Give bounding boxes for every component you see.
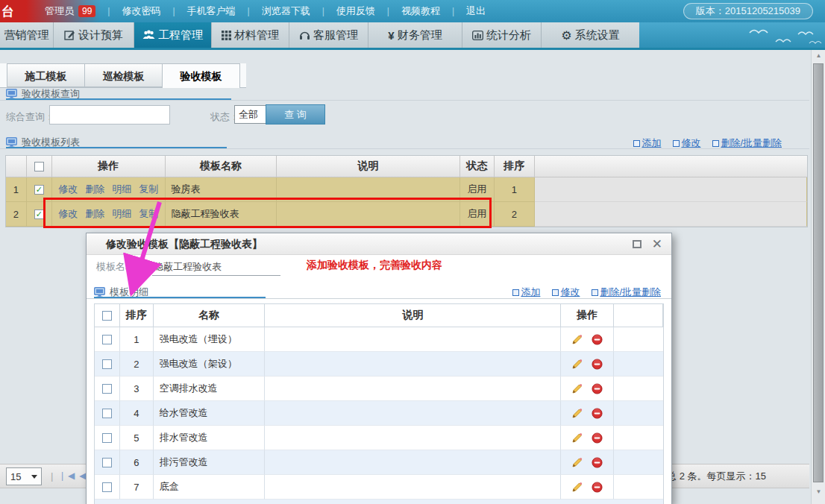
column-header-desc: 说明 (277, 156, 460, 177)
detail-order: 7 (120, 475, 154, 500)
notification-badge[interactable]: 99 (78, 5, 95, 17)
detail-desc (265, 401, 561, 426)
nav-item-settings[interactable]: ⚙ 系统设置 (542, 22, 639, 48)
detail-row: 3 空调排水改造 (95, 377, 663, 401)
row-checkbox[interactable]: ✓ (34, 185, 44, 195)
scroll-down-icon[interactable]: ▼ (812, 486, 825, 498)
detail-order: 6 (120, 450, 154, 475)
add-link[interactable]: 添加 (512, 286, 540, 299)
filler-cell (614, 450, 663, 475)
row-delete-link[interactable]: 删除 (85, 183, 104, 196)
row-checkbox[interactable] (102, 458, 112, 467)
menu-item-change-password[interactable]: 修改密码 (117, 4, 165, 18)
delete-link[interactable]: 删除/批量删除 (592, 286, 661, 299)
row-checkbox[interactable] (102, 433, 112, 443)
pencil-edit-icon[interactable] (571, 457, 583, 468)
detail-desc (265, 450, 561, 475)
select-all-checkbox[interactable] (102, 311, 112, 321)
main-nav: 营销管理 设计预算 工程管理 材料管理 客服管理 ¥ 财务管理 统计分析 ⚙ 系… (0, 22, 639, 48)
red-annotation-text: 添加验收模板，完善验收内容 (307, 259, 442, 272)
column-header-order: 排序 (120, 304, 154, 327)
detail-name: 排污管改造 (154, 450, 266, 475)
menu-divider: | (100, 6, 117, 16)
nav-item-design-budget[interactable]: 设计预算 (54, 22, 134, 48)
row-checkbox[interactable] (102, 482, 112, 492)
row-checkbox[interactable] (102, 384, 112, 394)
pencil-edit-icon[interactable] (571, 408, 583, 419)
order-value: 2 (495, 202, 535, 227)
nav-item-material[interactable]: 材料管理 (212, 22, 289, 48)
pagination-summary: ，总 2 条。每页显示：15 (657, 464, 766, 488)
filler-cell (614, 352, 663, 377)
yen-icon: ¥ (388, 29, 394, 42)
column-header-name: 名称 (154, 304, 266, 327)
column-header-desc: 说明 (265, 304, 561, 327)
detail-desc (265, 426, 561, 450)
filler-cell (614, 426, 663, 450)
detail-order: 1 (120, 327, 154, 352)
filler-cell (614, 377, 663, 401)
row-checkbox[interactable] (102, 359, 112, 369)
column-header-op: 操作 (561, 304, 614, 327)
maximize-icon[interactable] (633, 240, 642, 248)
tab-construction-template[interactable]: 施工模板 (7, 63, 85, 87)
row-number: 2 (6, 202, 27, 227)
menu-item-browser-download[interactable]: 浏览器下载 (257, 4, 315, 18)
filler-cell (614, 327, 663, 352)
first-page-icon[interactable]: |◀ (61, 470, 79, 481)
filler-cell (614, 475, 663, 500)
column-header-name: 模板名称 (166, 156, 277, 177)
remove-minus-icon[interactable] (592, 359, 603, 370)
select-all-checkbox[interactable] (34, 162, 44, 171)
detail-row: 1 强电改造（埋设） (95, 327, 663, 352)
remove-minus-icon[interactable] (592, 432, 603, 444)
pencil-edit-icon[interactable] (571, 432, 583, 444)
nav-item-project[interactable]: 工程管理 (134, 22, 212, 48)
menu-item-video-tutorial[interactable]: 视频教程 (397, 4, 445, 18)
filler-cell (535, 177, 807, 202)
remove-minus-icon[interactable] (592, 482, 603, 493)
nav-item-statistics[interactable]: 统计分析 (462, 22, 542, 48)
nav-item-marketing[interactable]: 营销管理 (0, 22, 54, 48)
tab-acceptance-template[interactable]: 验收模板 (162, 63, 240, 88)
row-checkbox[interactable]: ✓ (34, 210, 44, 219)
pencil-edit-icon[interactable] (571, 334, 583, 345)
pencil-edit-icon[interactable] (571, 359, 583, 370)
close-icon[interactable]: ✕ (652, 238, 662, 251)
row-checkbox[interactable] (102, 409, 112, 418)
edit-icon (552, 289, 559, 296)
row-edit-link[interactable]: 修改 (58, 183, 78, 196)
pencil-edit-icon[interactable] (571, 482, 583, 493)
row-copy-link[interactable]: 复制 (139, 183, 158, 196)
menu-item-feedback[interactable]: 使用反馈 (332, 4, 380, 18)
remove-minus-icon[interactable] (592, 334, 603, 345)
keyword-input[interactable] (49, 105, 170, 125)
menu-item-logout[interactable]: 退出 (462, 4, 490, 18)
vertical-scrollbar[interactable]: ▲ ▼ (811, 50, 825, 504)
detail-order: 5 (120, 426, 154, 450)
edit-link[interactable]: 修改 (552, 286, 580, 299)
scroll-up-icon[interactable]: ▲ (812, 50, 825, 62)
detail-header-row: 排序 名称 说明 操作 (95, 304, 663, 327)
remove-minus-icon[interactable] (592, 383, 603, 394)
tab-inspection-template[interactable]: 巡检模板 (84, 63, 163, 87)
row-detail-link[interactable]: 明细 (112, 183, 131, 196)
menu-item-mobile-client[interactable]: 手机客户端 (183, 4, 240, 18)
annotation-arrow (112, 196, 179, 297)
detail-desc (265, 377, 561, 401)
detail-row: 2 强电改造（架设） (95, 352, 663, 377)
search-button[interactable]: 查 询 (266, 104, 325, 125)
detail-name: 底盒 (154, 475, 266, 500)
row-checkbox[interactable] (102, 335, 112, 344)
nav-item-service[interactable]: 客服管理 (289, 22, 368, 48)
pencil-edit-icon[interactable] (571, 383, 583, 394)
pagination-divider: | (51, 470, 53, 482)
menu-divider: | (380, 6, 397, 16)
page-size-select[interactable]: 15 (6, 467, 42, 485)
nav-item-finance[interactable]: ¥ 财务管理 (368, 22, 462, 48)
scrollbar-thumb[interactable] (813, 63, 824, 482)
remove-minus-icon[interactable] (592, 457, 603, 468)
filler-cell (535, 202, 807, 227)
menu-item-admin[interactable]: 管理员99 (40, 4, 100, 18)
remove-minus-icon[interactable] (592, 408, 603, 419)
